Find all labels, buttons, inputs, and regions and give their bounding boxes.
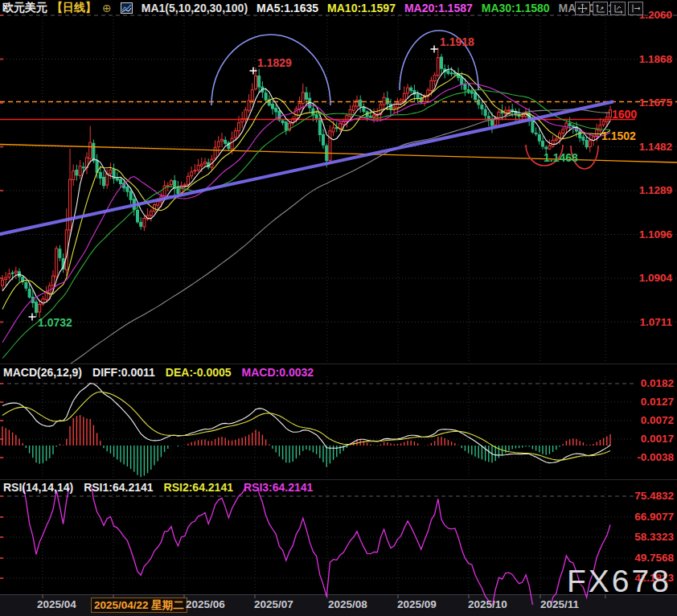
ma10-value: MA10:1.1597: [327, 2, 396, 14]
axis-scale-icon[interactable]: [593, 2, 608, 15]
axis-play-icon[interactable]: [610, 2, 626, 15]
macd-params[interactable]: MACD(26,12,9): [3, 366, 82, 379]
macd-macd-value: MACD:0.0032: [242, 366, 314, 379]
rsi3-value: RSI3:64.2141: [244, 481, 313, 494]
time-axis-label-selected[interactable]: 2025/04/22 星期二: [91, 598, 187, 613]
ma-settings-label: MA1(5,10,20,30,100): [142, 2, 248, 14]
period-label[interactable]: 【日线】: [51, 1, 96, 15]
time-axis-label: 2025/09: [397, 598, 437, 610]
chart-header: 欧元美元 【日线】 ⊕ MA1(5,10,20,30,100) MA5:1.16…: [2, 1, 621, 15]
watermark: FX678: [567, 564, 671, 599]
ma30-value: MA30:1.1580: [482, 2, 550, 14]
time-axis-label: 2025/04: [37, 598, 76, 610]
time-axis-label: 2025/08: [328, 598, 367, 610]
link-icon[interactable]: ⊕: [102, 2, 112, 14]
macd-header: MACD(26,12,9) DIFF:0.0011 DEA:-0.0005 MA…: [3, 366, 314, 379]
rsi-params[interactable]: RSI(14,14,14): [3, 481, 73, 494]
chart-window: 欧元美元 【日线】 ⊕ MA1(5,10,20,30,100) MA5:1.16…: [0, 0, 677, 616]
rsi1-value: RSI1:64.2141: [84, 481, 153, 494]
macd-dea-value: DEA:-0.0005: [166, 366, 232, 379]
ma5-value: MA5:1.1635: [256, 2, 318, 14]
time-axis-label: 2025/07: [254, 598, 293, 610]
jump-latest-icon[interactable]: [628, 2, 643, 15]
rsi-header: RSI(14,14,14) RSI1:64.2141 RSI2:64.2141 …: [3, 481, 313, 494]
time-axis-label: 2025/11: [540, 598, 579, 610]
ma20-value: MA20:1.1587: [404, 2, 473, 14]
symbol-name: 欧元美元: [2, 1, 47, 15]
time-axis-label: 2025/10: [468, 598, 507, 610]
chart-toolbar: [575, 2, 643, 15]
pan-icon[interactable]: [575, 2, 590, 15]
chart-canvas[interactable]: [0, 0, 677, 616]
chart-type-icon[interactable]: [121, 2, 133, 14]
time-axis-label: 2025/06: [186, 598, 225, 610]
rsi2-value: RSI2:64.2141: [164, 481, 233, 494]
macd-diff-value: DIFF:0.0011: [92, 366, 155, 379]
